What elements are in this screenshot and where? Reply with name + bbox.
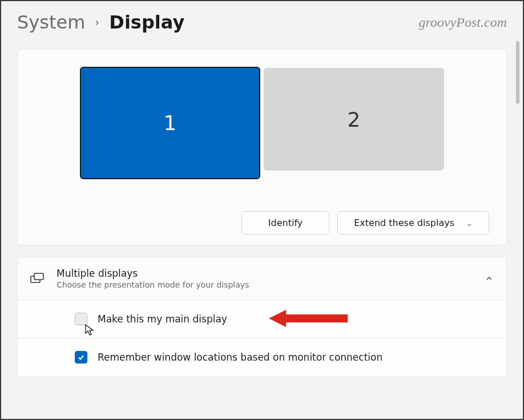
chevron-right-icon — [93, 14, 101, 30]
section-title: Multiple displays — [57, 268, 472, 279]
extend-label: Extend these displays — [354, 217, 454, 228]
chevron-up-icon — [485, 274, 494, 283]
display-arrangement-panel: 1 2 Identify Extend these displays — [17, 49, 507, 245]
main-display-label: Make this my main display — [98, 313, 227, 325]
breadcrumb-row: System Display groovyPost.com — [17, 11, 507, 33]
panel-buttons: Identify Extend these displays — [35, 211, 489, 235]
multiple-displays-icon — [30, 272, 44, 285]
identify-label: Identify — [268, 217, 303, 228]
remember-windows-checkbox[interactable] — [75, 351, 87, 364]
extend-displays-dropdown[interactable]: Extend these displays — [337, 211, 489, 235]
section-title-group: Multiple displays Choose the presentatio… — [57, 268, 472, 289]
svg-rect-1 — [34, 273, 43, 280]
watermark: groovyPost.com — [419, 15, 507, 30]
remember-windows-label: Remember window locations based on monit… — [98, 352, 382, 363]
monitors-row: 1 2 — [35, 67, 489, 179]
main-display-checkbox[interactable] — [75, 313, 87, 325]
page-title: Display — [109, 11, 184, 33]
chevron-down-icon — [466, 220, 473, 227]
remember-windows-option: Remember window locations based on monit… — [17, 338, 507, 377]
multiple-displays-header[interactable]: Multiple displays Choose the presentatio… — [17, 257, 507, 300]
scrollbar[interactable] — [516, 41, 519, 104]
identify-button[interactable]: Identify — [241, 211, 329, 235]
svg-marker-2 — [269, 310, 348, 327]
annotation-arrow — [269, 307, 349, 330]
section-subtitle: Choose the presentation mode for your di… — [57, 280, 472, 289]
monitor-2[interactable]: 2 — [264, 68, 444, 171]
main-display-option: Make this my main display — [17, 300, 507, 338]
breadcrumb: System Display — [17, 11, 184, 33]
monitor-1[interactable]: 1 — [80, 67, 260, 179]
breadcrumb-parent[interactable]: System — [17, 11, 85, 33]
cursor-icon — [85, 324, 95, 337]
